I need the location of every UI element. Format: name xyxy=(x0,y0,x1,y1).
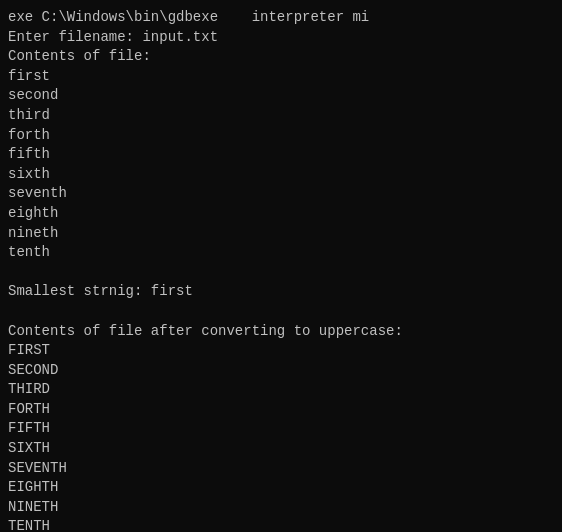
smallest-string: Smallest strnig: first xyxy=(8,282,554,302)
upper-second: SECOND xyxy=(8,361,554,381)
line-second: second xyxy=(8,86,554,106)
line-tenth: tenth xyxy=(8,243,554,263)
upper-forth: FORTH xyxy=(8,400,554,420)
line-third: third xyxy=(8,106,554,126)
prompt-filename: Enter filename: input.txt xyxy=(8,28,554,48)
line-seventh: seventh xyxy=(8,184,554,204)
line-nineth: nineth xyxy=(8,224,554,244)
upper-tenth: TENTH xyxy=(8,517,554,532)
empty-line xyxy=(8,263,554,283)
upper-seventh: SEVENTH xyxy=(8,459,554,479)
uppercase-header: Contents of file after converting to upp… xyxy=(8,322,554,342)
upper-eighth: EIGHTH xyxy=(8,478,554,498)
contents-header: Contents of file: xyxy=(8,47,554,67)
cmd-line: exe C:\Windows\bin\gdbexe interpreter mi xyxy=(8,8,554,28)
line-eighth: eighth xyxy=(8,204,554,224)
line-forth: forth xyxy=(8,126,554,146)
upper-first: FIRST xyxy=(8,341,554,361)
terminal-window: exe C:\Windows\bin\gdbexe interpreter mi… xyxy=(8,8,554,532)
empty-line xyxy=(8,302,554,322)
upper-nineth: NINETH xyxy=(8,498,554,518)
line-first: first xyxy=(8,67,554,87)
line-fifth: fifth xyxy=(8,145,554,165)
upper-third: THIRD xyxy=(8,380,554,400)
upper-fifth: FIFTH xyxy=(8,419,554,439)
line-sixth: sixth xyxy=(8,165,554,185)
upper-sixth: SIXTH xyxy=(8,439,554,459)
